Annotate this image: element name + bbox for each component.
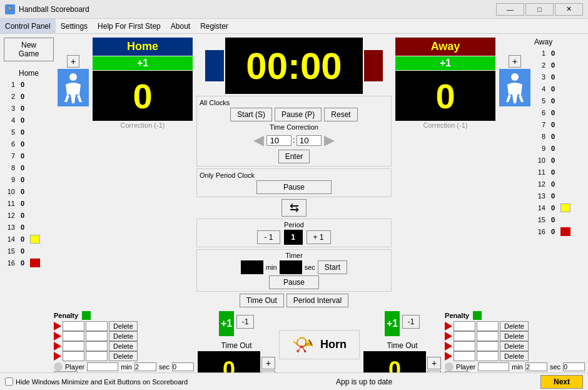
home-player-10: 100 [4, 186, 54, 197]
app-icon: 🏃 [5, 4, 15, 14]
home-score-plus-button[interactable]: +1 [219, 311, 234, 336]
home-penalty-player-input[interactable] [87, 362, 118, 371]
all-clocks-label: All Clocks [200, 99, 388, 106]
home-player-12: 120 [4, 210, 54, 221]
horn-button[interactable]: 📯 Horn [279, 330, 360, 359]
away-correction-label[interactable]: Correction (-1) [423, 121, 468, 129]
home-penalty-input-1b[interactable] [86, 321, 108, 331]
time-correction-sec[interactable] [297, 135, 322, 146]
menu-control-panel[interactable]: Control Panel [0, 19, 56, 33]
menu-register[interactable]: Register [195, 19, 233, 33]
home-penalty-delete-1[interactable]: Delete [109, 321, 138, 331]
home-correction-label[interactable]: Correction (-1) [121, 121, 165, 129]
away-score-minus-button[interactable]: -1 [402, 315, 420, 329]
home-penalty-input-4a[interactable] [63, 351, 84, 361]
home-penalty-input-1a[interactable] [63, 321, 84, 331]
away-penalty-input-3b[interactable] [477, 341, 499, 351]
time-forward-arrow[interactable]: ▶ [324, 132, 335, 148]
away-penalty-input-3a[interactable] [454, 341, 475, 351]
home-player-3: 30 [4, 103, 54, 114]
menu-bar: Control Panel Settings Help For First St… [0, 19, 588, 34]
hide-buttons-checkbox[interactable] [5, 377, 13, 386]
period-minus-button[interactable]: - 1 [257, 230, 280, 244]
away-penalty-input-2a[interactable] [454, 331, 475, 341]
home-penalty-sec-label: sec [159, 363, 170, 371]
only-period-pause-button[interactable]: Pause [256, 180, 332, 194]
away-player-9: 90 [534, 143, 584, 154]
home-penalty-input-3b[interactable] [86, 341, 108, 351]
home-penalty-tri-4[interactable] [54, 352, 61, 361]
away-penalty-tri-4[interactable] [445, 352, 452, 361]
next-button[interactable]: Next [540, 375, 583, 389]
start-button[interactable]: Start (S) [230, 108, 272, 121]
away-penalty-tri-2[interactable] [445, 332, 452, 341]
enter-button[interactable]: Enter [278, 150, 310, 163]
away-penalty-player-input[interactable] [478, 362, 509, 371]
home-penalty-delete-3[interactable]: Delete [109, 341, 138, 351]
time-correction-min[interactable] [266, 135, 291, 146]
new-game-button[interactable]: New Game [4, 38, 54, 61]
away-penalty-min-input[interactable] [525, 362, 547, 371]
home-player-7: 70 [4, 150, 54, 162]
status-text: App is up to date [336, 377, 392, 386]
timer-pause-button[interactable]: Pause [269, 275, 319, 289]
timer-start-button[interactable]: Start [318, 260, 347, 274]
away-penalty-input-1a[interactable] [454, 321, 475, 331]
away-penalty-tri-1[interactable] [445, 322, 452, 331]
home-penalty-input-4b[interactable] [86, 351, 108, 361]
away-penalty-input-1b[interactable] [477, 321, 499, 331]
home-penalty-input-2a[interactable] [63, 331, 84, 341]
home-plus-button[interactable]: +1 [93, 56, 193, 70]
home-penalty-delete-2[interactable]: Delete [109, 331, 138, 341]
away-plus-button[interactable]: +1 [395, 56, 495, 70]
menu-about[interactable]: About [166, 19, 195, 33]
home-player-5: 50 [4, 126, 54, 138]
away-timeout-plus[interactable]: + [427, 357, 441, 369]
hide-buttons-checkbox-label[interactable]: Hide Windows Minimize and Exit Buttons o… [5, 377, 188, 386]
away-add-button[interactable]: + [509, 55, 521, 68]
away-penalty-delete-4[interactable]: Delete [500, 351, 529, 361]
home-penalty-min-input[interactable] [134, 362, 156, 371]
away-penalty-input-4a[interactable] [454, 351, 475, 361]
away-penalty-tri-3[interactable] [445, 342, 452, 351]
main-content: New Game Home 10 20 30 40 50 60 70 80 90… [0, 34, 588, 372]
home-timeout-plus[interactable]: + [261, 357, 275, 369]
home-green-card-indicator [82, 311, 91, 320]
away-penalty-delete-3[interactable]: Delete [500, 341, 529, 351]
away-penalty-sec-input[interactable] [563, 362, 585, 371]
away-penalty-delete-2[interactable]: Delete [500, 331, 529, 341]
swap-button[interactable]: ⇆ [281, 199, 307, 217]
close-button[interactable]: ✕ [555, 3, 583, 16]
away-player-2: 20 [534, 59, 584, 71]
away-penalty-input-4b[interactable] [477, 351, 499, 361]
home-penalty-sec-input[interactable] [172, 362, 194, 371]
minimize-button[interactable]: — [496, 3, 524, 16]
home-penalty-delete-4[interactable]: Delete [109, 351, 138, 361]
horn-icon: 📯 [292, 334, 314, 355]
home-score-minus-button[interactable]: -1 [236, 315, 254, 329]
home-penalty-input-3a[interactable] [63, 341, 84, 351]
away-penalty-delete-1[interactable]: Delete [500, 321, 529, 331]
away-player-16: 160 [534, 226, 584, 237]
home-score-display: 0 [93, 71, 193, 121]
home-penalty-tri-2[interactable] [54, 332, 61, 341]
reset-button[interactable]: Reset [324, 108, 357, 121]
menu-settings[interactable]: Settings [56, 19, 93, 33]
period-interval-button[interactable]: Period Interval [286, 294, 348, 307]
away-penalty-input-2b[interactable] [477, 331, 499, 341]
home-add-button[interactable]: + [67, 55, 79, 68]
maximize-button[interactable]: □ [525, 3, 554, 16]
away-player-4: 40 [534, 83, 584, 95]
home-penalty-add-row: Player min sec [54, 362, 194, 371]
timeout-button[interactable]: Time Out [240, 294, 284, 307]
home-penalty-tri-3[interactable] [54, 342, 61, 351]
away-flag [364, 50, 383, 81]
away-penalty-title: Penalty [445, 312, 469, 319]
pause-button[interactable]: Pause (P) [275, 108, 322, 121]
period-plus-button[interactable]: + 1 [307, 230, 331, 244]
home-penalty-tri-1[interactable] [54, 322, 61, 331]
home-penalty-input-2b[interactable] [86, 331, 108, 341]
away-score-plus-button[interactable]: +1 [385, 311, 400, 336]
time-back-arrow[interactable]: ◀ [253, 132, 264, 148]
menu-help[interactable]: Help For First Step [93, 19, 166, 33]
